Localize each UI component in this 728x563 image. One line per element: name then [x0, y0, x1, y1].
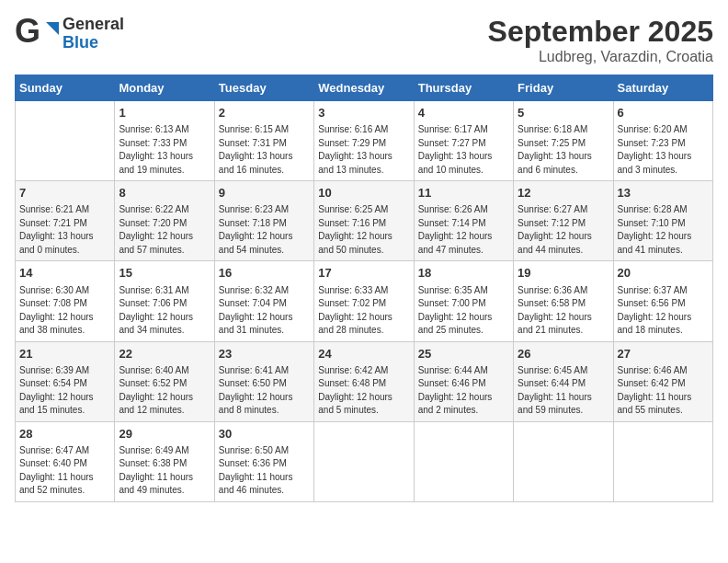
calendar-cell: 30Sunrise: 6:50 AMSunset: 6:36 PMDayligh… — [214, 421, 313, 501]
day-info: Sunrise: 6:20 AMSunset: 7:23 PMDaylight:… — [618, 123, 709, 177]
day-info: Sunrise: 6:13 AMSunset: 7:33 PMDaylight:… — [119, 123, 210, 177]
calendar-cell: 29Sunrise: 6:49 AMSunset: 6:38 PMDayligh… — [115, 421, 214, 501]
calendar-table: SundayMondayTuesdayWednesdayThursdayFrid… — [15, 75, 713, 502]
day-info: Sunrise: 6:22 AMSunset: 7:20 PMDaylight:… — [119, 203, 210, 257]
calendar-week-2: 7Sunrise: 6:21 AMSunset: 7:21 PMDaylight… — [16, 181, 713, 261]
calendar-cell: 7Sunrise: 6:21 AMSunset: 7:21 PMDaylight… — [16, 181, 115, 261]
calendar-header-row: SundayMondayTuesdayWednesdayThursdayFrid… — [16, 75, 713, 101]
day-number: 3 — [318, 105, 409, 121]
calendar-cell: 10Sunrise: 6:25 AMSunset: 7:16 PMDayligh… — [314, 181, 414, 261]
day-number: 27 — [618, 346, 709, 362]
calendar-cell: 21Sunrise: 6:39 AMSunset: 6:54 PMDayligh… — [16, 341, 115, 421]
day-info: Sunrise: 6:46 AMSunset: 6:42 PMDaylight:… — [618, 364, 709, 418]
calendar-cell: 15Sunrise: 6:31 AMSunset: 7:06 PMDayligh… — [115, 261, 214, 341]
day-info: Sunrise: 6:35 AMSunset: 7:00 PMDaylight:… — [418, 284, 509, 338]
day-info: Sunrise: 6:33 AMSunset: 7:02 PMDaylight:… — [318, 284, 409, 338]
day-info: Sunrise: 6:26 AMSunset: 7:14 PMDaylight:… — [418, 203, 509, 257]
calendar-cell: 1Sunrise: 6:13 AMSunset: 7:33 PMDaylight… — [115, 101, 214, 181]
logo-general: General — [63, 16, 124, 34]
calendar-week-3: 14Sunrise: 6:30 AMSunset: 7:08 PMDayligh… — [16, 261, 713, 341]
day-info: Sunrise: 6:28 AMSunset: 7:10 PMDaylight:… — [618, 203, 709, 257]
day-info: Sunrise: 6:18 AMSunset: 7:25 PMDaylight:… — [518, 123, 609, 177]
calendar-cell: 8Sunrise: 6:22 AMSunset: 7:20 PMDaylight… — [115, 181, 214, 261]
logo-blue: Blue — [63, 34, 124, 52]
calendar-cell: 20Sunrise: 6:37 AMSunset: 6:56 PMDayligh… — [613, 261, 712, 341]
day-number: 13 — [618, 185, 709, 201]
day-number: 18 — [418, 265, 509, 282]
calendar-cell: 22Sunrise: 6:40 AMSunset: 6:52 PMDayligh… — [115, 341, 214, 421]
day-info: Sunrise: 6:41 AMSunset: 6:50 PMDaylight:… — [219, 364, 310, 418]
calendar-cell: 28Sunrise: 6:47 AMSunset: 6:40 PMDayligh… — [16, 421, 115, 501]
calendar-cell — [414, 421, 513, 501]
day-number: 20 — [618, 265, 709, 282]
svg-text:G: G — [15, 15, 40, 50]
header-cell-sunday: Sunday — [16, 75, 115, 101]
day-number: 17 — [318, 265, 409, 282]
day-info: Sunrise: 6:39 AMSunset: 6:54 PMDaylight:… — [19, 364, 110, 418]
month-title: September 2025 — [488, 15, 713, 49]
calendar-cell: 16Sunrise: 6:32 AMSunset: 7:04 PMDayligh… — [214, 261, 313, 341]
day-number: 15 — [119, 265, 210, 282]
header-cell-friday: Friday — [514, 75, 613, 101]
day-number: 9 — [219, 185, 310, 201]
calendar-cell — [16, 101, 115, 181]
calendar-cell: 12Sunrise: 6:27 AMSunset: 7:12 PMDayligh… — [514, 181, 613, 261]
day-number: 4 — [418, 105, 509, 121]
day-info: Sunrise: 6:37 AMSunset: 6:56 PMDaylight:… — [618, 284, 709, 338]
calendar-cell: 17Sunrise: 6:33 AMSunset: 7:02 PMDayligh… — [314, 261, 414, 341]
calendar-week-4: 21Sunrise: 6:39 AMSunset: 6:54 PMDayligh… — [16, 341, 713, 421]
day-info: Sunrise: 6:42 AMSunset: 6:48 PMDaylight:… — [318, 364, 409, 418]
calendar-cell — [514, 421, 613, 501]
day-number: 11 — [418, 185, 509, 201]
day-number: 12 — [518, 185, 609, 201]
day-info: Sunrise: 6:17 AMSunset: 7:27 PMDaylight:… — [418, 123, 509, 177]
day-number: 26 — [518, 346, 609, 362]
header-cell-tuesday: Tuesday — [214, 75, 313, 101]
calendar-cell: 9Sunrise: 6:23 AMSunset: 7:18 PMDaylight… — [214, 181, 313, 261]
day-number: 6 — [618, 105, 709, 121]
day-info: Sunrise: 6:16 AMSunset: 7:29 PMDaylight:… — [318, 123, 409, 177]
day-info: Sunrise: 6:44 AMSunset: 6:46 PMDaylight:… — [418, 364, 509, 418]
calendar-week-5: 28Sunrise: 6:47 AMSunset: 6:40 PMDayligh… — [16, 421, 713, 501]
day-number: 19 — [518, 265, 609, 282]
calendar-cell: 24Sunrise: 6:42 AMSunset: 6:48 PMDayligh… — [314, 341, 414, 421]
day-info: Sunrise: 6:32 AMSunset: 7:04 PMDaylight:… — [219, 284, 310, 338]
day-number: 5 — [518, 105, 609, 121]
day-number: 14 — [19, 265, 110, 282]
day-info: Sunrise: 6:50 AMSunset: 6:36 PMDaylight:… — [219, 444, 310, 498]
day-number: 21 — [19, 346, 110, 362]
calendar-cell: 11Sunrise: 6:26 AMSunset: 7:14 PMDayligh… — [414, 181, 513, 261]
day-info: Sunrise: 6:27 AMSunset: 7:12 PMDaylight:… — [518, 203, 609, 257]
day-number: 7 — [19, 185, 110, 201]
calendar-week-1: 1Sunrise: 6:13 AMSunset: 7:33 PMDaylight… — [16, 101, 713, 181]
calendar-cell: 2Sunrise: 6:15 AMSunset: 7:31 PMDaylight… — [214, 101, 313, 181]
calendar-cell: 4Sunrise: 6:17 AMSunset: 7:27 PMDaylight… — [414, 101, 513, 181]
calendar-cell: 25Sunrise: 6:44 AMSunset: 6:46 PMDayligh… — [414, 341, 513, 421]
header-cell-wednesday: Wednesday — [314, 75, 414, 101]
svg-marker-1 — [46, 22, 59, 35]
day-number: 25 — [418, 346, 509, 362]
day-info: Sunrise: 6:47 AMSunset: 6:40 PMDaylight:… — [19, 444, 110, 498]
calendar-cell: 5Sunrise: 6:18 AMSunset: 7:25 PMDaylight… — [514, 101, 613, 181]
day-info: Sunrise: 6:30 AMSunset: 7:08 PMDaylight:… — [19, 284, 110, 338]
day-number: 23 — [219, 346, 310, 362]
day-number: 22 — [119, 346, 210, 362]
day-number: 8 — [119, 185, 210, 201]
calendar-cell — [613, 421, 712, 501]
day-info: Sunrise: 6:15 AMSunset: 7:31 PMDaylight:… — [219, 123, 310, 177]
day-number: 30 — [219, 426, 310, 442]
day-number: 24 — [318, 346, 409, 362]
title-area: September 2025 Ludbreg, Varazdin, Croati… — [488, 15, 713, 65]
calendar-cell: 13Sunrise: 6:28 AMSunset: 7:10 PMDayligh… — [613, 181, 712, 261]
calendar-cell: 27Sunrise: 6:46 AMSunset: 6:42 PMDayligh… — [613, 341, 712, 421]
day-number: 16 — [219, 265, 310, 282]
day-info: Sunrise: 6:40 AMSunset: 6:52 PMDaylight:… — [119, 364, 210, 418]
day-info: Sunrise: 6:31 AMSunset: 7:06 PMDaylight:… — [119, 284, 210, 338]
logo: G General Blue — [15, 15, 124, 53]
day-info: Sunrise: 6:49 AMSunset: 6:38 PMDaylight:… — [119, 444, 210, 498]
calendar-cell: 23Sunrise: 6:41 AMSunset: 6:50 PMDayligh… — [214, 341, 313, 421]
calendar-body: 1Sunrise: 6:13 AMSunset: 7:33 PMDaylight… — [16, 101, 713, 502]
header-cell-saturday: Saturday — [613, 75, 712, 101]
day-info: Sunrise: 6:25 AMSunset: 7:16 PMDaylight:… — [318, 203, 409, 257]
calendar-cell: 14Sunrise: 6:30 AMSunset: 7:08 PMDayligh… — [16, 261, 115, 341]
